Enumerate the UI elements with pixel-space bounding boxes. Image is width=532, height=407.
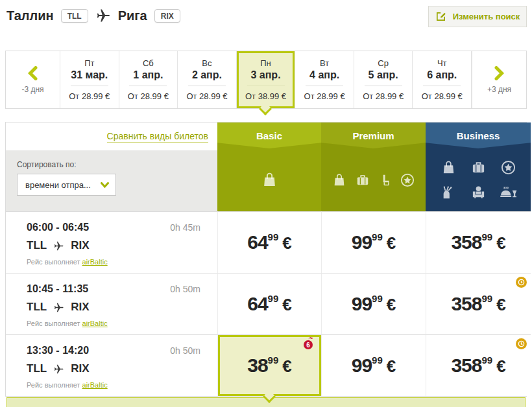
price-currency: € bbox=[387, 233, 396, 253]
price-dec: 99 bbox=[372, 355, 383, 366]
price-cell-premium-row3[interactable]: 9999€ bbox=[321, 334, 426, 396]
sort-area: Сортировать по: времени отпра... bbox=[6, 150, 217, 211]
destination-code-badge: RIX bbox=[154, 9, 180, 23]
price-currency: € bbox=[387, 295, 396, 314]
date: 2 апр. bbox=[192, 69, 222, 81]
origin-code-badge: TLL bbox=[61, 9, 88, 23]
plane-icon bbox=[95, 8, 111, 23]
divider bbox=[306, 86, 343, 86]
price-cell-business-row2[interactable]: 35899€ bbox=[426, 273, 531, 334]
fare-column-business[interactable]: Business bbox=[426, 122, 531, 211]
edit-icon bbox=[435, 11, 446, 22]
divider bbox=[423, 86, 461, 86]
fare-icons-business bbox=[426, 148, 531, 211]
flight-time: 13:30 - 14:20 bbox=[27, 345, 89, 356]
seats-left-badge: 6 bbox=[304, 340, 313, 349]
price-currency: € bbox=[496, 356, 505, 376]
price-int: 358 bbox=[451, 355, 481, 376]
fare-column-basic[interactable]: Basic bbox=[217, 122, 321, 211]
flight-info-row3: 13:30 - 14:20 0h 50m TLL RIX Рейс выполн… bbox=[6, 334, 217, 396]
selected-date-pointer bbox=[259, 102, 272, 115]
compare-row: Сравнить виды билетов bbox=[6, 122, 217, 150]
change-search-button[interactable]: Изменить поиск bbox=[428, 6, 527, 27]
flight-to: RIX bbox=[71, 239, 89, 252]
price-dec: 99 bbox=[372, 231, 383, 242]
price-currency: € bbox=[496, 295, 505, 314]
price-int: 99 bbox=[352, 293, 372, 314]
price-cell-business-row1[interactable]: 35899€ bbox=[426, 211, 531, 273]
date: 5 апр. bbox=[369, 69, 398, 81]
suitcase-icon bbox=[355, 173, 370, 187]
price-dec: 99 bbox=[268, 293, 279, 304]
flight-duration: 0h 50m bbox=[170, 345, 200, 356]
date-option-fri[interactable]: Пт 31 мар. От 28.99 € bbox=[60, 51, 119, 108]
price-currency: € bbox=[282, 356, 291, 376]
origin-city: Таллин bbox=[6, 8, 54, 23]
fare-label-business: Business bbox=[426, 122, 531, 148]
price-cell-basic-row1[interactable]: 6499€ bbox=[217, 211, 321, 273]
bag-icon bbox=[332, 173, 346, 187]
operated-by-text: Рейс выполняет bbox=[27, 320, 80, 327]
date-option-wed[interactable]: Ср 5 апр. От 28.99 € bbox=[354, 51, 413, 108]
flight-duration: 0h 45m bbox=[170, 222, 200, 233]
star-icon bbox=[501, 160, 516, 175]
destination-city: Рига bbox=[118, 8, 147, 23]
price-int: 64 bbox=[247, 293, 267, 314]
date-option-tue[interactable]: Вт 4 апр. От 28.99 € bbox=[295, 51, 354, 108]
price-int: 38 bbox=[247, 355, 267, 376]
carrier-link[interactable]: airBaltic bbox=[82, 258, 108, 266]
route-summary: Таллин TLL Рига RIX bbox=[6, 6, 180, 23]
flight-results-page: Таллин TLL Рига RIX Изменить поиск -3 дн… bbox=[0, 0, 532, 407]
armchair-icon bbox=[471, 185, 486, 200]
clock-badge-icon bbox=[516, 277, 527, 288]
price-dec: 99 bbox=[268, 355, 279, 366]
header: Таллин TLL Рига RIX Изменить поиск bbox=[0, 0, 532, 29]
price-cell-business-row3[interactable]: 35899€ bbox=[426, 334, 531, 396]
date: 3 апр. bbox=[250, 69, 280, 81]
date-option-sun[interactable]: Вс 2 апр. От 28.99 € bbox=[178, 51, 237, 108]
flight-info-row2: 10:45 - 11:35 0h 50m TLL RIX Рейс выполн… bbox=[6, 273, 217, 334]
date: 4 апр. bbox=[309, 69, 339, 81]
price-cell-premium-row2[interactable]: 9999€ bbox=[321, 273, 426, 334]
fare-icons-basic bbox=[217, 148, 321, 211]
price-int: 64 bbox=[247, 231, 267, 253]
clock-badge-icon bbox=[516, 338, 527, 349]
price-currency: € bbox=[282, 233, 291, 253]
sort-dropdown[interactable]: времени отпра... bbox=[17, 174, 116, 196]
prev-dates-button[interactable]: -3 дня bbox=[6, 51, 60, 108]
carrier-link[interactable]: airBaltic bbox=[82, 320, 108, 327]
date: 6 апр. bbox=[427, 69, 457, 81]
compare-fares-link[interactable]: Сравнить виды билетов bbox=[107, 131, 208, 143]
divider bbox=[365, 86, 402, 86]
date-price: От 38.99 € bbox=[245, 91, 286, 101]
prev-dates-label: -3 дня bbox=[21, 85, 43, 94]
fare-column-premium[interactable]: Premium bbox=[321, 122, 426, 211]
operated-by-text: Рейс выполняет bbox=[27, 258, 80, 266]
change-search-label: Изменить поиск bbox=[453, 12, 520, 21]
bag-icon bbox=[261, 172, 278, 188]
flight-from: TLL bbox=[27, 362, 47, 375]
price-cell-basic-row3-selected[interactable]: 6 3899€ bbox=[217, 334, 321, 396]
carrier-link[interactable]: airBaltic bbox=[82, 381, 108, 389]
next-dates-label: +3 дня bbox=[487, 85, 511, 94]
fare-label-premium: Premium bbox=[321, 122, 426, 148]
date: 1 апр. bbox=[133, 69, 163, 81]
flight-from: TLL bbox=[27, 239, 47, 252]
weekday: Вс bbox=[202, 58, 212, 68]
fare-label-basic: Basic bbox=[217, 122, 321, 148]
price-cell-premium-row1[interactable]: 9999€ bbox=[321, 211, 426, 273]
date-option-mon-selected[interactable]: Пн 3 апр. От 38.99 € bbox=[237, 51, 296, 108]
plane-icon bbox=[53, 302, 64, 313]
price-cell-basic-row2[interactable]: 6499€ bbox=[217, 273, 321, 334]
next-dates-button[interactable]: +3 дня bbox=[472, 51, 526, 108]
date-option-thu[interactable]: Чт 6 апр. От 28.99 € bbox=[413, 51, 472, 108]
chevron-left-icon bbox=[28, 66, 38, 80]
flight-time: 06:00 - 06:45 bbox=[27, 222, 89, 233]
divider bbox=[188, 86, 226, 86]
price-int: 99 bbox=[352, 355, 372, 376]
flight-to: RIX bbox=[71, 301, 89, 314]
date-carousel: -3 дня Пт 31 мар. От 28.99 € Сб 1 апр. О… bbox=[5, 51, 527, 109]
date-option-sat[interactable]: Сб 1 апр. От 28.99 € bbox=[119, 51, 178, 108]
operated-by-text: Рейс выполняет bbox=[27, 381, 80, 389]
suitcase-icon bbox=[470, 160, 487, 175]
